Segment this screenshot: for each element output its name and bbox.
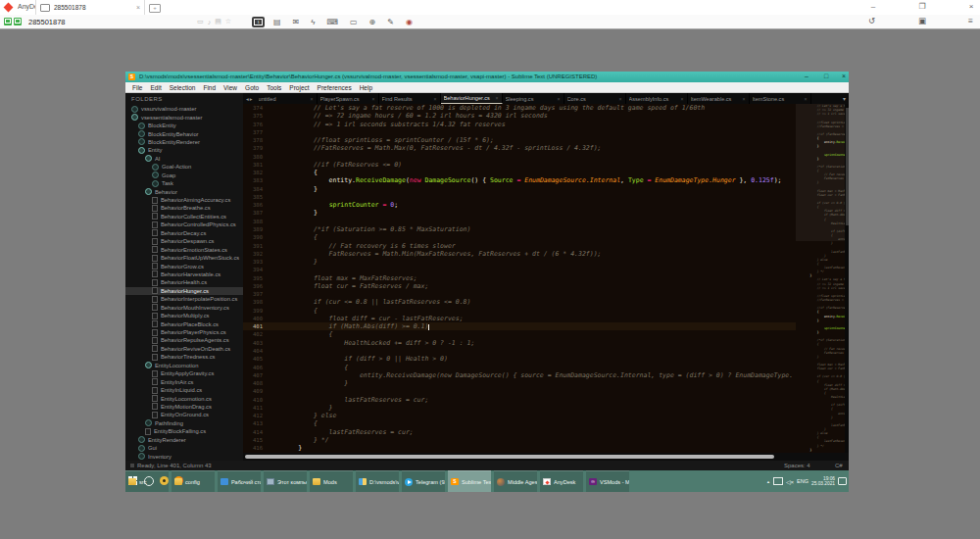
close-tab-icon[interactable]: × (311, 96, 314, 102)
menu-goto[interactable]: Goto (241, 84, 263, 91)
notification-center-icon[interactable] (838, 477, 847, 485)
tab-scroll-arrows[interactable]: ◂ ▸ (243, 93, 256, 104)
tree-item-behavioremotionstates-cs[interactable]: BehaviorEmotionStates.cs (125, 245, 243, 253)
menu-find[interactable]: Find (199, 84, 220, 91)
tab-itemstone-cs[interactable]: ItemStone.cs× (750, 93, 811, 104)
taskbar-item-mods[interactable]: Mods (310, 470, 353, 492)
tree-item-entityblockfalling-cs[interactable]: EntityBlockFalling.cs (125, 427, 243, 435)
code-editor[interactable]: 374 // Let's say a fat reserve of 1000 i… (243, 104, 796, 453)
menu-view[interactable]: View (220, 84, 241, 91)
tab-assemblyinfo-cs[interactable]: AssemblyInfo.cs× (626, 93, 688, 104)
tab-scroll-left-icon[interactable]: ◂ (246, 96, 249, 102)
tree-item-gui[interactable]: Gui (125, 444, 243, 452)
tree-item-entitymotiondrag-cs[interactable]: EntityMotionDrag.cs (125, 403, 243, 411)
close-tab-icon[interactable]: × (136, 4, 140, 11)
tree-item-behaviorhealth-cs[interactable]: BehaviorHealth.cs (125, 278, 243, 286)
tree-item-goal-action[interactable]: Goal-Action (125, 163, 243, 171)
tree-item-behaviordespawn-cs[interactable]: BehaviorDespawn.cs (125, 237, 243, 245)
tab-sleeping-cs[interactable]: Sleeping.cs× (503, 93, 564, 104)
new-session-tab-button[interactable]: + (149, 4, 161, 13)
permissions-icon[interactable]: ⊕ (369, 18, 376, 26)
status-indent-setting[interactable]: Spaces: 4 (784, 463, 810, 468)
tree-item-blockentity[interactable]: BlockEntity (125, 122, 243, 129)
tab-playerspawn-cs[interactable]: PlayerSpawn.cs× (318, 93, 379, 104)
close-button[interactable]: × (964, 2, 978, 11)
tree-item-goap[interactable]: Goap (125, 172, 243, 179)
tree-item-entityapplygravity-cs[interactable]: EntityApplyGravity.cs (125, 369, 243, 377)
tree-item-behaviorreviveondeath-cs[interactable]: BehaviorReviveOnDeath.cs (125, 345, 243, 353)
tree-item-behaviormouthinventory-cs[interactable]: BehaviorMouthInventory.cs (125, 304, 243, 312)
keyboard-icon[interactable]: ⌨ (327, 18, 339, 26)
volume-icon[interactable]: ◁× (786, 478, 794, 485)
tab-find-results[interactable]: Find Results× (379, 93, 441, 104)
close-tab-icon[interactable]: × (681, 96, 684, 102)
status-syntax-setting[interactable]: C# (835, 463, 843, 468)
anydesk-session-tab[interactable]: 285501878 × (35, 0, 145, 15)
hidden-icons-icon[interactable]: ▲ (766, 479, 770, 484)
minimize-button[interactable]: – (866, 2, 880, 11)
tree-item-behaviortiredness-cs[interactable]: BehaviorTiredness.cs (125, 353, 243, 361)
tree-item-behaviorinterpolateposition-cs[interactable]: BehaviorInterpolatePosition.cs (125, 295, 243, 303)
tree-item-entitylocomotion[interactable]: EntityLocomotion (125, 362, 243, 369)
tab-itemwearable-cs[interactable]: ItemWearable.cs× (688, 93, 750, 104)
tree-item-behaviorharvestable-cs[interactable]: BehaviorHarvestable.cs (125, 270, 243, 278)
horizontal-scrollbar-thumb[interactable] (245, 455, 774, 459)
tree-item-ai[interactable]: AI (125, 155, 243, 163)
close-tab-icon[interactable]: × (434, 96, 437, 102)
taskbar-item-middle-ages[interactable]: Middle Ages | ... (494, 470, 537, 492)
menu-tools[interactable]: Tools (263, 84, 285, 91)
record-session-icon[interactable]: ◉ (406, 18, 413, 26)
file-transfer-icon[interactable]: ▤ (273, 18, 281, 26)
tab-scroll-right-icon[interactable]: ▸ (250, 96, 253, 102)
close-tab-icon[interactable]: × (496, 95, 499, 101)
maximize-button[interactable]: ❐ (915, 2, 929, 11)
close-tab-icon[interactable]: × (558, 96, 561, 102)
tree-item-behaviormultiply-cs[interactable]: BehaviorMultiply.cs (125, 312, 243, 319)
language-indicator[interactable]: ENG (797, 478, 808, 484)
tree-item-entity[interactable]: Entity (125, 146, 243, 154)
tree-item-behaviorgrow-cs[interactable]: BehaviorGrow.cs (125, 262, 243, 270)
tree-item-behaviorcontrolledphysics-cs[interactable]: BehaviorControlledPhysics.cs (125, 220, 243, 228)
tree-item-entityonground-cs[interactable]: EntityOnGround.cs (125, 411, 243, 418)
menu-edit[interactable]: Edit (146, 84, 165, 91)
taskbar-item-vsmods-micr[interactable]: ∞VSMods - Micr... (586, 470, 629, 492)
tab-untitled[interactable]: untitled× (256, 93, 318, 104)
tree-item-behavioraimingaccuracy-cs[interactable]: BehaviorAimingAccuracy.cs (125, 196, 243, 204)
taskbar-item-[interactable]: Рабочий стол (218, 470, 261, 492)
tree-item-blockentitybehavior[interactable]: BlockEntityBehavior (125, 129, 243, 137)
actions-lightning-icon[interactable]: ϟ (311, 18, 315, 26)
search-icon[interactable] (144, 476, 154, 486)
vertical-scrollbar-thumb[interactable] (846, 108, 849, 225)
menu-hamburger-icon[interactable]: ≡ (968, 16, 973, 25)
tree-item-entityinliquid-cs[interactable]: EntityInLiquid.cs (125, 386, 243, 394)
tree-item-behaviorplaceblock-cs[interactable]: BehaviorPlaceBlock.cs (125, 319, 243, 327)
display-settings-icon[interactable]: ▭ (350, 18, 358, 26)
tab-core-cs[interactable]: Core.cs× (564, 93, 626, 104)
close-tab-icon[interactable]: × (372, 96, 375, 102)
taskbar-item-[interactable]: Этот компьют... (264, 470, 307, 492)
close-tab-icon[interactable]: × (619, 96, 622, 102)
close-tab-icon[interactable]: × (805, 96, 808, 102)
whiteboard-pen-icon[interactable]: ✎ (387, 18, 394, 26)
taskbar-item-sublime-text-3[interactable]: SSublime Text 3 (448, 470, 491, 492)
tree-item-vssurvivalmod-master[interactable]: vssurvivalmod-master (125, 105, 243, 113)
tree-item-vsessentialsmod-master[interactable]: vsessentialsmod-master (125, 113, 243, 121)
tree-item-behaviorhunger-cs[interactable]: BehaviorHunger.cs (125, 287, 243, 295)
tree-item-behaviordecay-cs[interactable]: BehaviorDecay.cs (125, 229, 243, 237)
tree-item-entitylocomotion-cs[interactable]: EntityLocomotion.cs (125, 394, 243, 402)
session-history-icon[interactable]: ↺ (868, 16, 875, 25)
tree-item-task[interactable]: Task (125, 179, 243, 187)
tree-item-behaviorfloatupwhenstuck-cs[interactable]: BehaviorFloatUpWhenStuck.cs (125, 254, 243, 262)
menu-help[interactable]: Help (356, 84, 376, 91)
sublime-close-button[interactable]: × (837, 73, 851, 79)
taskbar-item-config[interactable]: config (172, 470, 215, 492)
tree-item-inventory[interactable]: Inventory (125, 452, 243, 460)
taskbar-item-anydesk[interactable]: AnyDesk (540, 470, 583, 492)
tab-behaviorhunger-cs[interactable]: BehaviorHunger.cs× (441, 93, 503, 104)
menu-selection[interactable]: Selection (166, 84, 200, 91)
tree-item-behaviorplayerphysics-cs[interactable]: BehaviorPlayerPhysics.cs (125, 328, 243, 336)
tree-item-blockentityrenderer[interactable]: BlockEntityRenderer (125, 138, 243, 146)
tree-item-behaviorcollectentities-cs[interactable]: BehaviorCollectEntities.cs (125, 213, 243, 220)
tree-item-behaviorrepulseagents-cs[interactable]: BehaviorRepulseAgents.cs (125, 336, 243, 344)
fullscreen-icon[interactable]: ▣ (918, 16, 926, 25)
